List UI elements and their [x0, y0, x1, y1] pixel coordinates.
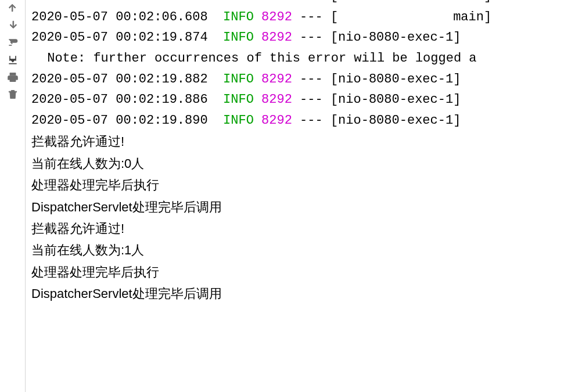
clear-all-icon[interactable] — [6, 87, 20, 102]
log-line: 2020-05-07 00:02:19.882 INFO 8292 --- [n… — [31, 69, 559, 90]
output-line: 处理器处理完毕后执行 — [31, 174, 559, 196]
thread-name: [ main] — [331, 10, 491, 24]
note-line: Note: further occurrences of this error … — [31, 48, 559, 69]
log-level: INFO — [223, 0, 254, 3]
thread-name: [ main] — [331, 0, 491, 3]
console-gutter — [0, 0, 26, 392]
separator: --- — [300, 10, 323, 24]
thread-name: [nio-8080-exec-1] — [331, 92, 461, 107]
thread-name: [nio-8080-exec-1] — [331, 113, 461, 128]
output-line: 当前在线人数为:1人 — [31, 239, 559, 261]
next-arrow-icon[interactable] — [6, 17, 20, 33]
log-line: 2020-05-07 00:02:19.874 INFO 8292 --- [n… — [31, 27, 559, 48]
output-line: 拦截器允许通过! — [31, 131, 559, 152]
log-level: INFO — [223, 113, 254, 128]
log-line: 2020-05-07 00:02:06.608 INFO 8292 --- [ … — [31, 0, 559, 7]
timestamp: 2020-05-07 00:02:19.890 — [31, 113, 208, 128]
output-line: DispatcherServlet处理完毕后调用 — [31, 283, 559, 304]
log-level: INFO — [223, 10, 254, 24]
output-line: 处理器处理完毕后执行 — [31, 261, 559, 283]
soft-wrap-icon[interactable] — [6, 35, 20, 50]
process-id: 8292 — [261, 30, 292, 45]
process-id: 8292 — [261, 72, 292, 87]
log-line: 2020-05-07 00:02:19.886 INFO 8292 --- [n… — [31, 89, 559, 110]
timestamp: 2020-05-07 00:02:19.886 — [31, 92, 208, 107]
previous-arrow-icon[interactable] — [6, 0, 20, 15]
scroll-to-end-icon[interactable] — [6, 52, 20, 67]
process-id: 8292 — [261, 113, 292, 128]
log-line: 2020-05-07 00:02:06.608 INFO 8292 --- [ … — [31, 7, 559, 28]
timestamp: 2020-05-07 00:02:19.874 — [31, 30, 208, 45]
separator: --- — [300, 113, 323, 128]
separator: --- — [300, 30, 323, 45]
output-line: 拦截器允许通过! — [31, 218, 559, 239]
output-line: 当前在线人数为:0人 — [31, 153, 559, 174]
thread-name: [nio-8080-exec-1] — [331, 72, 461, 87]
log-level: INFO — [223, 30, 254, 45]
timestamp: 2020-05-07 00:02:06.608 — [31, 10, 208, 24]
process-id: 8292 — [261, 0, 292, 3]
process-id: 8292 — [261, 92, 292, 107]
separator: --- — [300, 92, 323, 107]
log-level: INFO — [223, 72, 254, 87]
separator: --- — [300, 0, 323, 3]
separator: --- — [300, 72, 323, 87]
console-output[interactable]: 2020-05-07 00:02:06.608 INFO 8292 --- [ … — [26, 0, 564, 378]
output-line: DispatcherServlet处理完毕后调用 — [31, 196, 559, 218]
log-level: INFO — [223, 92, 254, 107]
log-line: 2020-05-07 00:02:19.890 INFO 8292 --- [n… — [31, 110, 559, 131]
timestamp: 2020-05-07 00:02:06.608 — [31, 0, 208, 3]
timestamp: 2020-05-07 00:02:19.882 — [31, 72, 208, 87]
thread-name: [nio-8080-exec-1] — [331, 30, 461, 45]
process-id: 8292 — [261, 10, 292, 24]
print-icon[interactable] — [6, 70, 20, 85]
